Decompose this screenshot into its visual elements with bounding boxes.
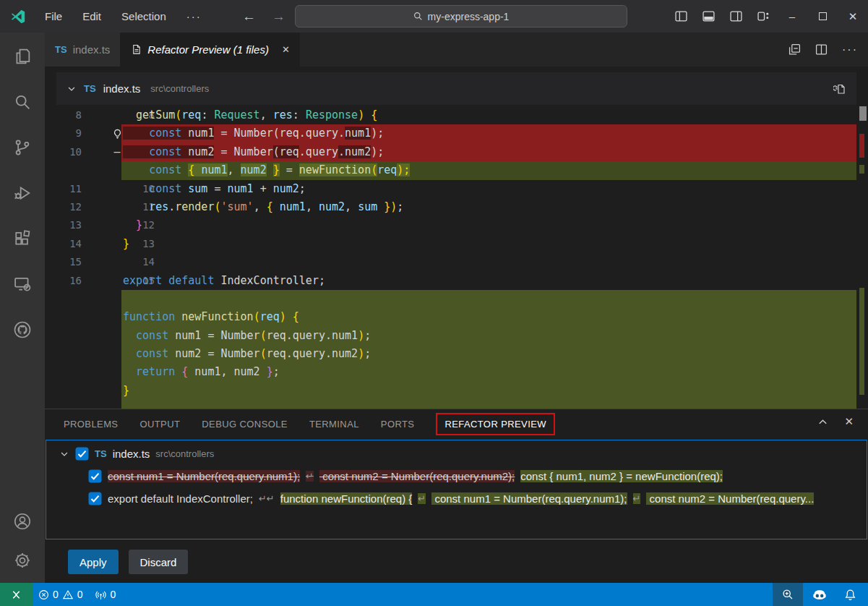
- panel-tab-problems[interactable]: PROBLEMS: [64, 419, 118, 430]
- code-line[interactable]: 20+ return { num1, num2 };: [45, 363, 868, 381]
- nav-back-icon[interactable]: ←: [242, 9, 256, 25]
- activity-bar: [0, 33, 45, 583]
- remote-indicator[interactable]: [0, 583, 33, 606]
- change-text-segment: const num2 = Number(req.query.num2);: [319, 470, 515, 482]
- menu-bar: File Edit Selection ···: [38, 7, 209, 25]
- checkbox-checked-icon[interactable]: [75, 447, 89, 461]
- code-line[interactable]: 10— const num2 = Number(req.query.num2);: [45, 143, 868, 161]
- code-line[interactable]: 1211 res.render('sum', { num1, num2, sum…: [45, 198, 868, 216]
- code-line[interactable]: 18+ const num1 = Number(req.query.num1);: [45, 327, 868, 345]
- customize-layout-icon[interactable]: [749, 0, 777, 33]
- refactor-change-row[interactable]: const num1 = Number(req.query.num1);↵ co…: [46, 465, 867, 487]
- broadcast-icon: [95, 589, 107, 600]
- ports-status[interactable]: 0: [89, 583, 122, 606]
- code-diff-area[interactable]: 88 getSum(req: Request, res: Response) {…: [45, 106, 868, 409]
- nav-forward-icon[interactable]: →: [272, 9, 285, 25]
- toggle-secondary-sidebar-icon[interactable]: [722, 0, 749, 33]
- search-value: my-express-app-1: [428, 11, 510, 22]
- code-line[interactable]: 1615export default IndexController;: [45, 272, 868, 290]
- panel-tab-terminal[interactable]: TERMINAL: [309, 419, 359, 430]
- editor-scrollbar[interactable]: [859, 106, 867, 121]
- open-changes-icon[interactable]: [788, 43, 801, 56]
- code-line[interactable]: 21+}: [45, 382, 868, 400]
- maximize-button[interactable]: [807, 0, 838, 33]
- tree-file-path: src\controllers: [155, 448, 214, 459]
- split-editor-icon[interactable]: [815, 43, 828, 56]
- copilot-icon[interactable]: [806, 583, 833, 606]
- toggle-sidebar-icon[interactable]: [667, 0, 695, 33]
- error-icon: [38, 589, 49, 600]
- checkbox-checked-icon[interactable]: [88, 492, 102, 505]
- change-text-segment: ↵: [633, 493, 641, 504]
- discard-button[interactable]: Discard: [129, 550, 189, 574]
- command-center-search[interactable]: my-express-app-1: [295, 5, 627, 27]
- diff-editor[interactable]: TS index.ts src\controllers 88 getSum(re…: [45, 67, 868, 409]
- menu-edit[interactable]: Edit: [75, 7, 108, 25]
- menu-more[interactable]: ···: [179, 7, 209, 25]
- diff-file-path: src\controllers: [150, 83, 209, 94]
- lightbulb-icon[interactable]: [113, 129, 122, 139]
- panel-tab-refactor-preview[interactable]: REFACTOR PREVIEW: [436, 413, 555, 435]
- code-line[interactable]: 9+ const { num1, num2 } = newFunction(re…: [45, 161, 868, 179]
- chevron-down-icon[interactable]: [59, 449, 69, 459]
- menu-file[interactable]: File: [38, 7, 69, 25]
- close-button[interactable]: ✕: [838, 0, 868, 33]
- open-file-icon[interactable]: [833, 82, 846, 95]
- minimize-button[interactable]: –: [777, 0, 807, 33]
- search-sidebar-icon[interactable]: [12, 91, 33, 113]
- accounts-icon[interactable]: [12, 511, 33, 532]
- code-line[interactable]: 9 const num1 = Number(req.query.num1);: [45, 124, 868, 142]
- error-count: 0: [53, 589, 59, 600]
- tab-index-ts[interactable]: TS index.ts: [45, 33, 121, 67]
- refactor-actions: Apply Discard: [45, 540, 868, 584]
- panel-tab-bar: PROBLEMSOUTPUTDEBUG CONSOLETERMINALPORTS…: [45, 409, 868, 439]
- tab-label: index.ts: [73, 43, 111, 56]
- change-text-segment: export default IndexController;: [108, 492, 253, 505]
- extensions-icon[interactable]: [12, 228, 33, 249]
- code-line[interactable]: 16+: [45, 290, 868, 308]
- panel-tab-ports[interactable]: PORTS: [381, 419, 415, 430]
- zoom-status-item[interactable]: [773, 583, 803, 606]
- warning-icon: [62, 589, 74, 600]
- refactor-preview-tree: TS index.ts src\controllers const num1 =…: [46, 440, 867, 539]
- code-line[interactable]: 1312 }: [45, 216, 868, 234]
- settings-gear-icon[interactable]: [12, 550, 33, 571]
- status-bar: 0 0 0: [0, 583, 868, 606]
- code-line[interactable]: 19+ const num2 = Number(req.query.num2);: [45, 345, 868, 363]
- github-icon[interactable]: [12, 319, 33, 341]
- code-line[interactable]: 1514: [45, 253, 868, 271]
- code-line[interactable]: 1110 const sum = num1 + num2;: [45, 180, 868, 198]
- diff-file-header[interactable]: TS index.ts src\controllers: [56, 72, 856, 105]
- code-line[interactable]: 1413}: [45, 235, 868, 253]
- notifications-bell-icon[interactable]: [836, 583, 864, 606]
- toggle-panel-icon[interactable]: [695, 0, 722, 33]
- refactor-preview-file-icon: [131, 44, 142, 55]
- title-bar: File Edit Selection ··· ← → my-express-a…: [0, 0, 868, 33]
- change-text-segment: function newFunction(req) {: [280, 492, 413, 505]
- typescript-file-icon: TS: [84, 83, 96, 94]
- panel-maximize-chevron-icon[interactable]: [817, 417, 828, 427]
- apply-button[interactable]: Apply: [68, 550, 119, 574]
- overview-ruler-removed-mark: [859, 134, 864, 158]
- overview-ruler-added-mark: [859, 288, 864, 395]
- problems-status[interactable]: 0 0: [33, 583, 89, 606]
- code-line[interactable]: 22+: [45, 400, 868, 409]
- tree-file-row[interactable]: TS index.ts src\controllers: [46, 443, 867, 465]
- editor-more-actions-icon[interactable]: ···: [842, 43, 858, 56]
- remote-explorer-icon[interactable]: [12, 273, 33, 295]
- panel-tab-debug-console[interactable]: DEBUG CONSOLE: [202, 419, 288, 430]
- checkbox-checked-icon[interactable]: [88, 469, 102, 483]
- run-debug-icon[interactable]: [12, 182, 33, 204]
- menu-selection[interactable]: Selection: [114, 7, 173, 25]
- explorer-icon[interactable]: [12, 46, 33, 67]
- code-line[interactable]: 88 getSum(req: Request, res: Response) {: [45, 106, 868, 124]
- chevron-down-icon[interactable]: [66, 84, 77, 94]
- source-control-icon[interactable]: [12, 137, 33, 158]
- vscode-logo-icon: [10, 9, 26, 25]
- tab-refactor-preview[interactable]: Refactor Preview (1 files) ✕: [121, 33, 299, 67]
- refactor-change-row[interactable]: export default IndexController;↵↵functio…: [46, 487, 867, 510]
- panel-tab-output[interactable]: OUTPUT: [139, 419, 180, 430]
- code-line[interactable]: 17+function newFunction(req) {: [45, 308, 868, 326]
- tab-close-icon[interactable]: ✕: [282, 44, 290, 55]
- panel-close-icon[interactable]: ✕: [844, 415, 854, 428]
